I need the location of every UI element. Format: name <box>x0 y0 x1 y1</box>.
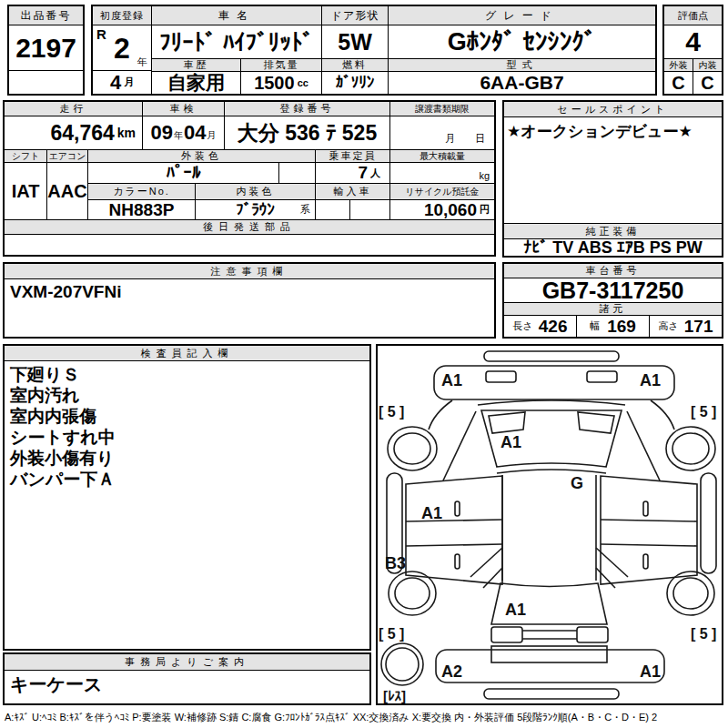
inspection-month-unit: 月 <box>207 129 216 142</box>
specs-label: 諸元 <box>504 303 722 316</box>
damage-label-windshield: A1 <box>500 433 521 451</box>
damage-code-legend: A:ｷｽﾞ U:ﾍｺﾐ B:ｷｽﾞを伴うﾍｺﾐ P:要塗装 W:補修跡 S:錆 … <box>5 711 725 724</box>
damage-label-rear-bumper-right: A1 <box>640 662 661 681</box>
spec-length-label: 長さ <box>513 319 533 333</box>
transfer-day-unit: 日 <box>475 132 485 146</box>
tire-grade-front-right: [ 5 ] <box>691 404 716 420</box>
sales-point-value: ★オークションデビュー★ <box>504 117 722 224</box>
aircon-value: AAC <box>47 163 88 220</box>
color-no-value: NH883P <box>88 200 196 220</box>
fuel-label: 燃料 <box>322 59 389 72</box>
interior-grade-label: 内装 <box>693 59 722 72</box>
mileage-value: 64,764 <box>50 121 114 146</box>
import-car-label: 輸入車 <box>316 184 390 200</box>
exterior-color-suffix-blank <box>279 163 316 184</box>
later-parts-label: 後日発送部品 <box>5 220 494 235</box>
displacement-label: 排気量 <box>241 59 322 72</box>
exterior-color-label: 外装色 <box>88 150 316 163</box>
aircon-label: エアコン <box>47 150 88 163</box>
notes-box: 注意事項欄 VXM-207VFNi <box>3 262 496 339</box>
registration-label: 登録番号 <box>225 102 390 116</box>
auction-number-value: 2197 <box>9 25 83 71</box>
equipment-label: 純正装備 <box>504 224 722 239</box>
inspector-line: シートすれ中 <box>10 427 364 448</box>
car-name-label: 車名 <box>152 6 322 25</box>
damage-label-rear-window: A1 <box>505 601 526 619</box>
front-right-tire <box>666 427 715 470</box>
tire-grade-front-left: [ 5 ] <box>379 404 404 420</box>
max-load-unit: kg <box>479 170 490 181</box>
tire-grade-rear-right: [ 5 ] <box>691 626 716 642</box>
inspector-line: 下廻りＳ <box>10 364 364 385</box>
inspector-notes-content: 下廻りＳ 室内汚れ 室内内張傷 シートすれ中 外装小傷有り バンパー下Ａ <box>5 361 369 649</box>
displacement-cell: 1500 cc <box>241 72 322 94</box>
color-no-label: カラーNo. <box>88 184 196 200</box>
auction-number-box: 出品番号 2197 <box>7 5 85 96</box>
spec-height-cell: 高さ 171 <box>650 316 722 337</box>
damage-diagram-box: A1 A1 [ 5 ] [ 5 ] A1 G A1 B3 A1 [ 5 ] [ … <box>376 344 723 705</box>
exterior-grade-value: C <box>664 72 693 94</box>
chassis-box: 車台番号 GB7-3117250 諸元 長さ 426 幅 169 高さ 171 <box>502 262 723 339</box>
first-reg-month: 4 <box>110 71 121 94</box>
spare-tire-label: [ﾚｽ] <box>383 688 406 703</box>
vehicle-header-table: 初度登録 R 2 年 4 月 車名 ﾌﾘｰﾄﾞ ﾊｲﾌﾞﾘｯﾄﾞ 車歴 自家用 … <box>91 5 657 96</box>
inspection-cell: 09 年 04 月 <box>143 116 225 150</box>
max-load-label: 最大積載量 <box>390 150 494 163</box>
spec-height-value: 171 <box>684 317 713 337</box>
rear-left-tire <box>389 571 436 615</box>
first-reg-year-unit: 年 <box>137 56 147 69</box>
history-value: 自家用 <box>152 72 241 94</box>
capacity-label: 乗車定員 <box>316 150 390 163</box>
transfer-deadline-cell: 月 日 <box>390 116 494 150</box>
spec-length-value: 426 <box>539 317 568 337</box>
chassis-no-value: GB7-3117250 <box>504 278 722 303</box>
office-notice-value: キーケース <box>5 671 369 703</box>
first-reg-value: R 2 年 <box>93 25 152 71</box>
spec-height-label: 高さ <box>659 319 679 333</box>
import-car-blank-2 <box>350 200 390 220</box>
capacity-value: 7 <box>358 163 368 183</box>
inspection-year: 09 <box>151 121 173 145</box>
first-reg-month-unit: 月 <box>124 76 134 89</box>
capacity-unit: 人 <box>370 167 380 180</box>
shift-value: IAT <box>5 163 47 220</box>
notes-label: 注意事項欄 <box>5 264 494 279</box>
front-left-tire <box>388 427 437 470</box>
interior-color-cell: ﾌﾞﾗｳﾝ 系 <box>196 200 316 220</box>
door-shape-value: 5W <box>322 25 389 59</box>
spare-tire <box>381 643 423 685</box>
interior-grade-value: C <box>693 72 722 94</box>
fuel-value: ｶﾞｿﾘﾝ <box>322 72 389 94</box>
recycle-label: リサイクル預託金 <box>390 184 494 200</box>
registration-value: 大分 536 ﾃ 525 <box>225 116 390 150</box>
rear-right-tire <box>667 571 714 615</box>
notes-value: VXM-207VFNi <box>5 279 494 337</box>
damage-label-rear-quarter-left: B3 <box>385 554 406 572</box>
model-code-label: 型式 <box>389 59 655 72</box>
office-notice-box: 事務局よりご案内 キーケース <box>3 652 371 705</box>
score-box: 評価点 4 外装 内装 C C <box>662 5 723 96</box>
max-load-cell: kg <box>390 163 494 184</box>
transfer-month-unit: 月 <box>445 132 455 146</box>
damage-label-windshield-chip: G <box>571 474 583 492</box>
inspection-month: 04 <box>184 121 206 145</box>
inspector-notes-label: 検査員記入欄 <box>5 346 369 361</box>
spec-width-cell: 幅 169 <box>577 316 650 337</box>
damage-label-rear-bumper-left: A2 <box>441 662 462 681</box>
damage-label-front-bumper-right: A1 <box>640 371 661 389</box>
import-car-blank-1 <box>316 200 350 220</box>
inspector-line: 室内内張傷 <box>10 406 364 427</box>
auction-number-blank <box>9 71 83 94</box>
damage-label-front-bumper-left: A1 <box>441 371 462 389</box>
auction-sheet: 出品番号 2197 初度登録 R 2 年 4 月 車名 ﾌﾘｰﾄﾞ ﾊｲﾌﾞﾘｯ… <box>0 0 728 728</box>
history-label: 車歴 <box>152 59 241 72</box>
recycle-value: 10,060 <box>424 200 477 220</box>
capacity-cell: 7 人 <box>316 163 390 184</box>
displacement-unit: cc <box>298 77 308 88</box>
score-label: 評価点 <box>664 6 722 25</box>
auction-number-label: 出品番号 <box>9 6 83 25</box>
model-code-value: 6AA-GB7 <box>389 72 655 94</box>
inspector-line: 室内汚れ <box>10 385 364 406</box>
later-parts-value <box>5 235 494 255</box>
first-reg-era: R <box>96 26 106 42</box>
